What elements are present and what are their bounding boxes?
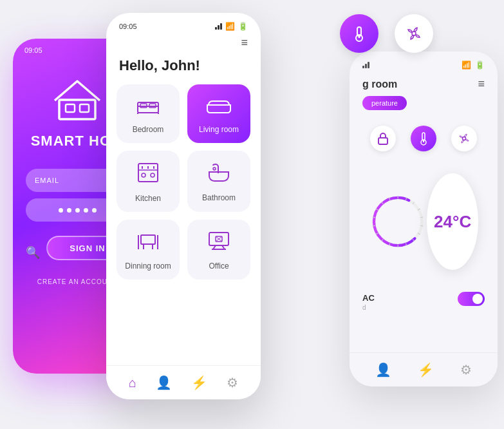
nav-person-right[interactable]: 👤 [375, 362, 391, 377]
room-card-bedroom[interactable]: Bedroom [117, 84, 180, 143]
nav-bolt-right[interactable]: ⚡ [418, 362, 434, 377]
temperature-dial[interactable]: 24°C [427, 173, 478, 270]
dot1 [59, 208, 63, 213]
center-phone: 09:05 📶 🔋 ≡ Hello, John! [106, 13, 261, 399]
float-thermometer-icon[interactable] [340, 14, 378, 53]
search-icon-left: 🔍 [26, 245, 40, 260]
nav-settings-icon[interactable]: ⚙ [227, 375, 238, 390]
svg-point-58 [412, 32, 416, 35]
office-label: Office [209, 262, 229, 271]
bedroom-icon [136, 96, 160, 119]
room-card-dining-room[interactable]: Dinning room [117, 220, 180, 280]
status-bar-center: 09:05 📶 🔋 [106, 13, 261, 33]
room-card-living-room[interactable]: Living room [187, 84, 250, 143]
office-icon [207, 231, 231, 255]
ac-toggle[interactable] [458, 292, 485, 306]
svg-rect-30 [378, 138, 387, 144]
svg-rect-18 [141, 235, 155, 244]
svg-point-11 [142, 173, 145, 177]
svg-rect-2 [80, 104, 89, 112]
svg-line-41 [420, 217, 423, 218]
greeting-hello: Hello, [119, 57, 162, 73]
time-center: 09:05 [119, 23, 137, 30]
room-card-office[interactable]: Office [187, 220, 250, 280]
create-account-link[interactable]: CREATE AN ACCOUNT [37, 278, 118, 285]
svg-rect-31 [422, 133, 425, 140]
nav-home-icon[interactable]: ⌂ [129, 376, 136, 390]
dining-room-icon [136, 231, 160, 255]
greeting-text: Hello, John! [106, 55, 261, 84]
time-left: 09:05 [24, 46, 42, 54]
wifi-center: 📶 [225, 22, 235, 31]
menu-icon-center[interactable]: ≡ [106, 33, 261, 55]
kitchen-icon [137, 162, 159, 187]
right-phone: 📶 🔋 g room ≡ perature [350, 52, 498, 386]
nav-bolt-icon[interactable]: ⚡ [191, 375, 207, 390]
house-icon [51, 76, 103, 121]
thermo-ctrl-btn[interactable] [411, 126, 436, 151]
dot3 [75, 208, 80, 213]
svg-rect-1 [66, 104, 75, 112]
svg-line-42 [420, 225, 423, 226]
dot2 [67, 208, 71, 213]
svg-point-34 [463, 137, 466, 140]
signal-center [215, 23, 222, 30]
living-room-icon [207, 96, 231, 119]
temperature-display: 24°C [434, 212, 471, 232]
ac-section: AC d [350, 283, 498, 318]
kitchen-label: Kitchen [135, 194, 161, 203]
status-icons-center: 📶 🔋 [215, 22, 248, 31]
tab-temperature[interactable]: perature [362, 96, 407, 110]
dot5 [92, 208, 97, 213]
menu-icon-right[interactable]: ≡ [478, 77, 485, 91]
bathroom-icon [208, 163, 230, 187]
top-section-right: g room ≡ [350, 72, 498, 96]
room-card-bathroom[interactable]: Bathroom [187, 151, 250, 212]
svg-point-17 [214, 169, 215, 169]
greeting-name: John! [162, 57, 200, 73]
tab-row-right: perature [350, 96, 498, 119]
controls-row-right [350, 119, 498, 160]
status-bar-right: 📶 🔋 [350, 52, 498, 72]
dining-room-label: Dinning room [125, 262, 171, 271]
svg-line-50 [373, 225, 375, 226]
room-card-kitchen[interactable]: Kitchen [117, 151, 180, 212]
wifi-right: 📶 [462, 61, 471, 70]
dot4 [84, 208, 88, 213]
bottom-nav-right: 👤 ⚡ ⚙ [350, 352, 498, 386]
svg-rect-0 [59, 100, 95, 119]
bathroom-label: Bathroom [202, 193, 236, 202]
signal-right [362, 62, 369, 68]
battery-center: 🔋 [238, 22, 248, 31]
email-label: EMAIL [35, 176, 59, 184]
room-title-right: g room [362, 79, 397, 90]
bedroom-label: Bedroom [133, 125, 164, 134]
svg-line-51 [373, 217, 375, 218]
bottom-nav-center: ⌂ 👤 ⚡ ⚙ [106, 365, 261, 399]
lock-ctrl-btn[interactable] [370, 126, 396, 151]
battery-right: 🔋 [475, 61, 485, 70]
living-room-label: Living room [199, 125, 239, 134]
nav-settings-right[interactable]: ⚙ [460, 362, 472, 377]
nav-person-icon[interactable]: 👤 [156, 375, 172, 390]
fan-ctrl-btn[interactable] [451, 126, 477, 151]
float-fan-icon[interactable] [395, 14, 433, 53]
dial-ticks-svg: (() => { // ticks drawn via SVG in the t… [369, 167, 427, 276]
svg-point-12 [151, 173, 154, 177]
rooms-grid: Bedroom Living room [106, 84, 261, 290]
temperature-dial-container: (() => { // ticks drawn via SVG in the t… [350, 160, 498, 283]
